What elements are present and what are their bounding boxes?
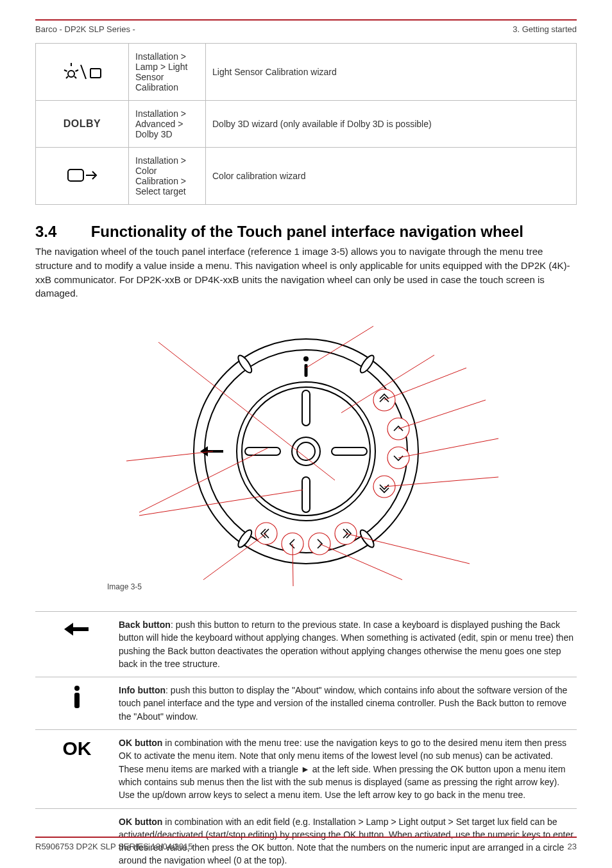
svg-line-5: [74, 76, 76, 78]
svg-rect-18: [332, 447, 367, 455]
page-footer: R5906753 DP2K SLP SERIES 13/04/2015 23: [35, 837, 577, 851]
svg-rect-7: [68, 169, 83, 181]
footer-page-number: 23: [568, 842, 577, 851]
definition-list: Back button: push this button to return …: [35, 611, 577, 868]
def-body: : push this button to display the "About…: [119, 685, 567, 722]
def-head: Info button: [119, 685, 166, 695]
svg-point-51: [74, 686, 80, 691]
footer-left: R5906753 DP2K SLP SERIES 13/04/2015: [35, 842, 193, 851]
menu-path: Installation > Color Calibration > Selec…: [129, 148, 206, 205]
light-sensor-icon: [62, 62, 102, 82]
setting-desc: Color calibration wizard: [206, 148, 577, 205]
header-left: Barco - DP2K SLP Series -: [35, 24, 135, 34]
table-row: Installation > Lamp > Light Sensor Calib…: [36, 44, 577, 101]
def-head: OK button: [119, 738, 162, 748]
header-right: 3. Getting started: [513, 24, 577, 34]
svg-line-2: [64, 70, 67, 71]
setting-desc: Dolby 3D wizard (only available if Dolby…: [206, 101, 577, 148]
svg-point-13: [292, 437, 320, 465]
table-row: Installation > Color Calibration > Selec…: [36, 148, 577, 205]
svg-point-0: [68, 71, 74, 77]
table-row: DOLBY Installation > Advanced > Dolby 3D…: [36, 101, 577, 148]
menu-path: Installation > Advanced > Dolby 3D: [129, 101, 206, 148]
def-head: Back button: [119, 620, 171, 630]
svg-marker-50: [64, 623, 73, 636]
svg-line-3: [76, 70, 79, 71]
section-number: 3.4: [35, 223, 87, 241]
svg-rect-17: [245, 447, 280, 455]
setting-desc: Light Sensor Calibration wizard: [206, 44, 577, 101]
def-body: : push this button to return to the prev…: [119, 620, 574, 669]
svg-rect-15: [302, 390, 310, 426]
nav-wheel-diagram: Image 3-5: [81, 313, 531, 596]
settings-table: Installation > Lamp > Light Sensor Calib…: [35, 43, 577, 205]
svg-rect-24: [305, 364, 308, 377]
color-calibration-icon: [67, 167, 98, 185]
diagram-caption: Image 3-5: [107, 582, 142, 591]
section-title: Functionality of the Touch panel interfa…: [91, 223, 523, 240]
svg-line-44: [203, 534, 266, 580]
def-head: OK button: [119, 817, 162, 827]
info-icon: [71, 685, 83, 709]
def-row-ok-1: OK OK button in combination with the men…: [35, 730, 577, 808]
menu-path: Installation > Lamp > Light Sensor Calib…: [129, 44, 206, 101]
def-row-back: Back button: push this button to return …: [35, 611, 577, 677]
def-body: in combination with the menu tree: use t…: [119, 738, 566, 800]
intro-paragraph: The navigation wheel of the touch panel …: [35, 245, 577, 300]
svg-line-41: [346, 534, 470, 564]
svg-rect-52: [74, 693, 80, 708]
def-row-info: Info button: push this button to display…: [35, 677, 577, 730]
svg-point-23: [303, 356, 309, 361]
back-arrow-icon: [63, 620, 91, 639]
dolby-label: DOLBY: [64, 118, 101, 129]
svg-rect-16: [302, 477, 310, 512]
svg-line-6: [81, 65, 86, 79]
svg-line-4: [66, 76, 68, 78]
